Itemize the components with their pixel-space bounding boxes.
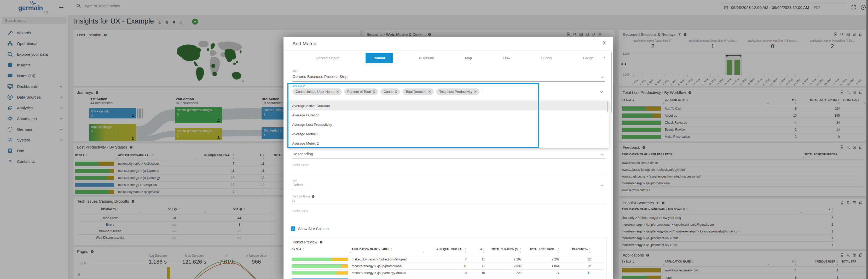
info-icon[interactable] [319,241,323,244]
table-row[interactable]: makeupbymario > /collections/shop-all711… [291,256,604,262]
kpi-label: KPI* [292,70,298,73]
sla-bar [291,271,348,275]
modal-scrollbar[interactable] [611,52,612,277]
show-sla-checkbox[interactable]: ✓ Show SLA Column [291,226,329,231]
add-metric-modal: Add Metric X General Health Tabular N Ta… [283,37,613,279]
decimal-places-value: 0 [292,199,294,203]
unit-select[interactable]: Select... [292,183,605,189]
remove-chip-icon[interactable]: X [373,90,375,93]
remove-chip-icon[interactable]: X [395,90,397,93]
close-icon[interactable]: X [603,41,606,46]
sort-order-select[interactable]: Descending [292,152,605,159]
chevron-down-icon [600,91,603,93]
column-header[interactable]: PERCENT % [559,248,591,251]
column-header[interactable]: BY SLA [291,248,352,251]
measure-chip[interactable]: CountX [380,88,400,95]
tab-general-health[interactable]: General Health [311,53,344,63]
checkbox-checked-icon[interactable]: ✓ [291,226,295,231]
column-header[interactable]: APPLICATION NAME > LABEL [352,248,425,251]
preview-title: Portlet Preview [292,240,317,244]
dropdown-option[interactable]: Average Duration [287,110,609,120]
portlet-name-input[interactable] [292,167,605,174]
unit-value: Select... [292,183,307,187]
portlet-preview: Portlet Preview BY SLA APPLICATION NAME … [289,236,607,279]
more-tabs-chevron[interactable]: › [604,55,605,59]
measures-input[interactable]: Count Unique User NameX Percent of Total… [292,88,595,95]
dropdown-option[interactable]: Average Metric 2 [287,139,609,148]
kpi-value: Generic Business Process Step [292,74,347,79]
info-icon [312,195,315,198]
column-header[interactable]: # UNIQUE USER NA... [425,248,467,251]
sort-order-value: Descending [292,152,313,156]
decimal-places-label: Decimal Places [292,195,315,198]
chevron-down-icon [601,154,604,156]
table-row[interactable]: monsterenergy > /ja-jp/energy-drinks/101… [291,269,604,276]
tab-map[interactable]: Map [460,53,476,63]
sla-bar [291,264,348,268]
remove-chip-icon[interactable]: X [337,90,339,93]
measure-chip[interactable]: Total DurationX [402,88,434,95]
measure-chip[interactable]: Count Unique User NameX [292,88,342,95]
portlet-name-label: Portlet Name* [292,164,309,167]
column-header[interactable]: TOTAL LOST PROD... [522,248,559,251]
unit-label: Unit [292,179,297,182]
column-header[interactable]: TOTAL DURATION (S) [485,248,522,251]
dropdown-scrollbar[interactable] [607,102,608,112]
tab-funnel[interactable]: Funnel [537,53,557,63]
portlet-filters-label: Portlet Filters [292,210,308,213]
dropdown-option[interactable]: Average Lost Productivity [287,120,609,129]
sla-bar [291,278,348,279]
tab-n-tabular[interactable]: N Tabular [414,53,439,63]
app-root: germain UX Type or select below 05/03/20… [0,0,868,279]
remove-chip-icon[interactable]: X [474,90,476,93]
decimal-places-input[interactable]: 0 [292,199,605,205]
chevron-down-icon [601,185,604,187]
tab-gauge[interactable]: Gauge [578,53,598,63]
table-row[interactable]: monsterenergy > /ja-jp/promotions/11112,… [291,262,604,269]
checkbox-label: Show SLA Column [298,227,329,231]
measure-chip[interactable]: Total Lost ProductivityX [436,88,479,95]
tab-tabular[interactable]: Tabular [366,53,393,63]
tab-flow[interactable]: Flow [498,53,515,63]
table-row[interactable] [291,276,604,279]
kpi-select[interactable]: Generic Business Process Step [292,74,605,82]
modal-title: Add Metric [292,41,316,47]
measure-chip[interactable]: Percent of TotalX [344,88,378,95]
chevron-down-icon [601,76,604,79]
sla-bar [291,257,348,261]
dropdown-option[interactable]: Average Active Duration [287,101,609,110]
dropdown-option[interactable]: Average Metric 1 [287,129,609,139]
measures-label: Measures* [292,85,305,88]
text-caret [482,89,482,94]
remove-chip-icon[interactable]: X [429,90,431,93]
column-header[interactable]: # [467,248,485,251]
measures-dropdown: Average Active Duration Average Duration… [287,101,609,148]
